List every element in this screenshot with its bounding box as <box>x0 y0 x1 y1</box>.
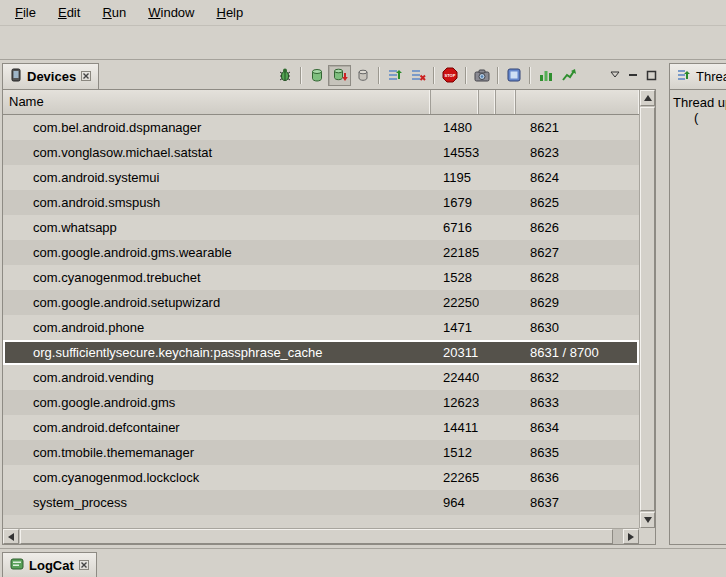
line-chart-icon[interactable] <box>557 65 580 86</box>
scroll-up-arrow[interactable] <box>640 90 655 106</box>
process-pid: 22440 <box>431 370 479 385</box>
process-pid: 22185 <box>431 245 479 260</box>
process-row[interactable]: com.tmobile.thememanager15128635 <box>3 440 639 465</box>
column-header-empty2[interactable] <box>496 90 516 114</box>
threads-icon <box>677 68 691 85</box>
process-row[interactable]: com.cyanogenmod.lockclock222658636 <box>3 465 639 490</box>
screen-record-icon[interactable] <box>502 65 525 86</box>
process-row[interactable]: com.google.android.gms126238633 <box>3 390 639 415</box>
scroll-right-arrow[interactable] <box>623 529 639 544</box>
devices-table: Name com.bel.android.dspmanager14808621c… <box>2 89 656 545</box>
column-chart-icon[interactable] <box>534 65 557 86</box>
process-pid: 1195 <box>431 170 479 185</box>
column-header-port[interactable] <box>516 90 639 114</box>
close-icon[interactable] <box>81 69 91 84</box>
threads-tab-label: Threa <box>696 69 726 84</box>
devices-tab-label: Devices <box>27 69 76 84</box>
process-row[interactable]: system_process9648637 <box>3 490 639 515</box>
process-row[interactable]: com.android.defcontainer144118634 <box>3 415 639 440</box>
process-name: com.google.android.gms.wearable <box>3 245 431 260</box>
process-name: com.cyanogenmod.lockclock <box>3 470 431 485</box>
screen-capture-icon[interactable] <box>470 65 493 86</box>
horizontal-scrollbar[interactable] <box>3 528 639 544</box>
process-port: 8623 <box>516 145 639 160</box>
process-row[interactable]: com.google.android.setupwizard222508629 <box>3 290 639 315</box>
process-port: 8637 <box>516 495 639 510</box>
process-row[interactable]: org.sufficientlysecure.keychain:passphra… <box>3 340 639 365</box>
process-port: 8629 <box>516 295 639 310</box>
process-name: com.whatsapp <box>3 220 431 235</box>
column-header-name[interactable]: Name <box>3 90 431 114</box>
process-name: com.google.android.setupwizard <box>3 295 431 310</box>
stop-process-icon[interactable]: STOP <box>438 65 461 86</box>
process-pid: 14411 <box>431 420 479 435</box>
maximize-icon[interactable] <box>642 66 660 84</box>
column-header-empty1[interactable] <box>479 90 496 114</box>
process-name: com.android.smspush <box>3 195 431 210</box>
process-row[interactable]: com.android.systemui11958624 <box>3 165 639 190</box>
process-row[interactable]: com.bel.android.dspmanager14808621 <box>3 115 639 140</box>
menu-window[interactable]: Window <box>137 2 205 23</box>
process-row[interactable]: com.android.smspush16798625 <box>3 190 639 215</box>
process-name: com.android.vending <box>3 370 431 385</box>
process-port: 8628 <box>516 270 639 285</box>
view-menu-icon[interactable] <box>606 66 624 84</box>
tab-logcat[interactable]: LogCat <box>2 552 97 577</box>
vertical-scrollbar[interactable] <box>639 90 655 528</box>
devices-tabrow: Devices <box>2 61 664 89</box>
process-pid: 1512 <box>431 445 479 460</box>
process-pid: 1471 <box>431 320 479 335</box>
process-row[interactable]: com.android.phone14718630 <box>3 315 639 340</box>
process-pid: 22250 <box>431 295 479 310</box>
scroll-left-arrow[interactable] <box>3 529 19 544</box>
process-row[interactable]: com.vonglasow.michael.satstat145538623 <box>3 140 639 165</box>
logcat-icon <box>10 557 24 574</box>
logcat-bar: LogCat <box>0 548 726 577</box>
process-name: system_process <box>3 495 431 510</box>
process-name: com.vonglasow.michael.satstat <box>3 145 431 160</box>
scrollbar-corner <box>639 528 655 544</box>
process-pid: 14553 <box>431 145 479 160</box>
scroll-down-arrow[interactable] <box>640 512 655 528</box>
process-port: 8634 <box>516 420 639 435</box>
process-row[interactable]: com.whatsapp67168626 <box>3 215 639 240</box>
tab-devices[interactable]: Devices <box>2 63 99 89</box>
threads-message-line2: ( <box>670 110 726 125</box>
table-area: Name com.bel.android.dspmanager14808621c… <box>3 90 639 528</box>
toolbar-area <box>0 26 726 60</box>
process-row[interactable]: com.cyanogenmod.trebuchet15288628 <box>3 265 639 290</box>
menu-edit[interactable]: Edit <box>47 2 91 23</box>
menu-run[interactable]: Run <box>91 2 137 23</box>
devices-toolbar: STOP <box>273 61 664 89</box>
close-icon[interactable] <box>79 558 89 573</box>
menu-bar: FileEditRunWindowHelp <box>0 0 726 26</box>
process-name: com.cyanogenmod.trebuchet <box>3 270 431 285</box>
process-pid: 22265 <box>431 470 479 485</box>
vertical-scroll-thumb[interactable] <box>640 107 655 511</box>
method-profiling-icon[interactable] <box>406 65 429 86</box>
debug-icon[interactable] <box>273 65 296 86</box>
horizontal-scroll-thumb[interactable] <box>20 529 613 544</box>
process-row[interactable]: com.android.vending224408632 <box>3 365 639 390</box>
devices-panel: Devices <box>2 61 664 548</box>
process-port: 8635 <box>516 445 639 460</box>
update-threads-icon[interactable] <box>383 65 406 86</box>
minimize-icon[interactable] <box>624 66 642 84</box>
process-pid: 1480 <box>431 120 479 135</box>
column-header-pid[interactable] <box>431 90 479 114</box>
process-row[interactable]: com.google.android.gms.wearable221858627 <box>3 240 639 265</box>
main-area: Devices <box>0 61 726 548</box>
tab-threads[interactable]: Threa <box>669 63 726 89</box>
menu-help[interactable]: Help <box>205 2 254 23</box>
menu-file[interactable]: File <box>4 2 47 23</box>
process-name: com.google.android.gms <box>3 395 431 410</box>
process-pid: 1528 <box>431 270 479 285</box>
threads-tabrow: Threa <box>669 61 726 89</box>
cause-gc-icon[interactable] <box>351 65 374 86</box>
update-heap-icon[interactable] <box>305 65 328 86</box>
process-port: 8627 <box>516 245 639 260</box>
process-name: com.android.systemui <box>3 170 431 185</box>
process-name: com.tmobile.thememanager <box>3 445 431 460</box>
dump-hprof-icon[interactable] <box>328 65 351 86</box>
table-header[interactable]: Name <box>3 90 639 115</box>
